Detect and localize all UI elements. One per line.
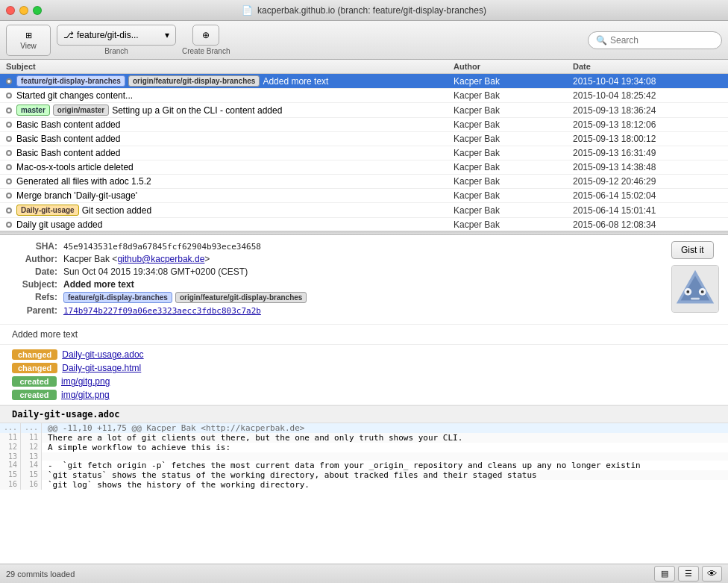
commit-row[interactable]: Started git changes content...Kacper Bak… [0, 89, 728, 103]
diff-line-old: 16 [0, 480, 21, 490]
commit-row[interactable]: Daily-git-usageGit section addedKacper B… [0, 203, 728, 218]
diff-line-new: 16 [21, 480, 42, 490]
detail-info: SHA: 45e9143531ef8d9a67845fcf62904b93ece… [9, 241, 662, 318]
commit-row[interactable]: Merge branch 'Daily-git-usage'Kacper Bak… [0, 189, 728, 203]
view-group: ⊞ View [6, 25, 51, 56]
diff-line: 1616`git log` shows the history of the w… [0, 480, 728, 490]
commit-date: 2015-06-08 12:08:34 [573, 219, 722, 230]
diff-filename: Daily-git-usage.adoc [0, 405, 728, 423]
diff-line-new: 14 [21, 461, 42, 470]
file-status-badge: changed [12, 349, 57, 360]
commit-author: Kacper Bak [454, 90, 573, 101]
commit-author: Kacper Bak [454, 148, 573, 158]
diff-line-old: 13 [0, 452, 21, 461]
diff-line-content: `git status` shows the status of the wor… [42, 470, 728, 480]
diff-line: 1313 [0, 452, 728, 461]
maximize-button[interactable] [33, 6, 42, 15]
close-button[interactable] [6, 6, 15, 15]
file-name-link[interactable]: img/gitx.png [61, 390, 110, 400]
diff-line-content: `git log` shows the history of the worki… [42, 480, 728, 490]
list-view-button[interactable]: ▤ [654, 566, 675, 582]
gist-button[interactable]: Gist it [671, 241, 714, 259]
diff-line-content [42, 452, 728, 461]
create-branch-button[interactable]: ⊕ [192, 25, 219, 46]
file-change-row: createdimg/gitg.png [12, 376, 716, 387]
diff-line-content: - `git fetch origin -p` fetches the most… [42, 461, 728, 470]
author-row: Author: Kacper Bak <github@kacperbak.de> [9, 254, 662, 264]
commit-row[interactable]: Basic Bash content addedKacper Bak2015-0… [0, 118, 728, 132]
detail-panel: SHA: 45e9143531ef8d9a67845fcf62904b93ece… [0, 235, 728, 564]
commit-author: Kacper Bak [454, 119, 573, 130]
file-name-link[interactable]: Daily-git-usage.adoc [62, 349, 143, 360]
commit-row[interactable]: Mac-os-x-tools article deletedKacper Bak… [0, 160, 728, 175]
commit-row[interactable]: Basic Bash content addedKacper Bak2015-0… [0, 132, 728, 146]
commit-date: 2015-09-13 18:12:06 [573, 119, 722, 130]
commit-author: Kacper Bak [454, 134, 573, 144]
commit-subject-cell: Daily git usage added [6, 219, 454, 230]
commit-row[interactable]: Daily git usage addedKacper Bak2015-06-0… [0, 218, 728, 231]
file-name-link[interactable]: Daily-git-usage.html [62, 363, 141, 373]
detail-view-button[interactable]: ☰ [678, 566, 699, 582]
bottom-bar: 29 commits loaded ▤ ☰ 👁 [0, 564, 728, 583]
title-bar: 📄 kacperbak.github.io (branch: feature/g… [0, 0, 728, 21]
graph-dot [6, 178, 12, 184]
diff-line: 1212A simple workflow to achieve this is… [0, 443, 728, 452]
commit-subject-text: Basic Bash content added [16, 134, 120, 144]
svg-point-6 [701, 290, 704, 293]
search-input[interactable] [610, 35, 714, 46]
eye-button[interactable]: 👁 [702, 566, 722, 582]
diff-line: ......@@ -11,10 +11,75 @@ Kacper Bak <ht… [0, 423, 728, 433]
commits-loaded-label: 29 commits loaded [6, 570, 75, 579]
diff-line-old: 11 [0, 433, 21, 443]
graph-dot [6, 193, 12, 199]
commit-author: Kacper Bak [454, 190, 573, 201]
file-change-row: changedDaily-git-usage.adoc [12, 349, 716, 360]
commit-row[interactable]: Generated all files with adoc 1.5.2Kacpe… [0, 175, 728, 189]
commit-subject-cell: Started git changes content... [6, 90, 454, 101]
commit-message: Added more text [0, 325, 728, 345]
branch-tag: Daily-git-usage [16, 205, 79, 216]
diff-line-new: 12 [21, 443, 42, 452]
create-branch-icon: ⊕ [202, 30, 210, 40]
detail-header-area: SHA: 45e9143531ef8d9a67845fcf62904b93ece… [0, 235, 728, 325]
svg-point-5 [686, 290, 689, 293]
commit-subject-cell: Generated all files with adoc 1.5.2 [6, 176, 454, 187]
commit-row[interactable]: Basic Bash content addedKacper Bak2015-0… [0, 146, 728, 160]
commit-author: Kacper Bak [454, 176, 573, 187]
branch-tag: origin/feature/git-display-branches [128, 75, 260, 87]
graph-dot [6, 208, 12, 213]
branch-group: ⎇ feature/git-dis... ▾ Branch [57, 25, 176, 55]
author-email-link[interactable]: github@kacperbak.de [117, 254, 204, 264]
graph-dot [6, 107, 12, 113]
commit-date: 2015-09-13 16:31:49 [573, 148, 722, 158]
file-name-link[interactable]: img/gitg.png [61, 376, 110, 387]
commit-list[interactable]: Subject Author Date feature/git-display-… [0, 60, 728, 231]
graph-dot [6, 122, 12, 128]
graph-dot [6, 222, 12, 228]
ref-tag: feature/git-display-branches [63, 292, 172, 303]
commit-row[interactable]: feature/git-display-branchesorigin/featu… [0, 74, 728, 89]
diff-line-content: A simple workflow to achieve this is: [42, 443, 728, 452]
diff-line-new: ... [21, 423, 42, 433]
commit-subject-text: Setting up a Git on the CLI - content ad… [112, 105, 282, 116]
file-status-badge: created [12, 390, 57, 400]
commit-date: 2015-06-14 15:01:41 [573, 205, 722, 216]
commit-date: 2015-09-13 18:36:24 [573, 105, 722, 116]
eye-icon: 👁 [707, 568, 717, 579]
commit-author: Kacper Bak [454, 76, 573, 87]
commit-row[interactable]: masterorigin/masterSetting up a Git on t… [0, 103, 728, 118]
sha-row: SHA: 45e9143531ef8d9a67845fcf62904b93ece… [9, 241, 662, 252]
commit-subject-cell: Daily-git-usageGit section added [6, 205, 454, 216]
commit-date: 2015-10-04 18:25:42 [573, 90, 722, 101]
commit-subject-cell: Merge branch 'Daily-git-usage' [6, 190, 454, 201]
branch-tag: origin/master [53, 105, 109, 116]
search-box[interactable]: 🔍 [588, 31, 722, 49]
minimize-button[interactable] [19, 6, 28, 15]
diff-line: 1414- `git fetch origin -p` fetches the … [0, 461, 728, 470]
subject-row: Subject: Added more text [9, 279, 662, 290]
diff-line-old: 12 [0, 443, 21, 452]
diff-view: Daily-git-usage.adoc ......@@ -11,10 +11… [0, 405, 728, 490]
diff-line-old: ... [0, 423, 21, 433]
view-button[interactable]: ⊞ View [6, 25, 51, 56]
branch-selector[interactable]: ⎇ feature/git-dis... ▾ [57, 25, 176, 46]
